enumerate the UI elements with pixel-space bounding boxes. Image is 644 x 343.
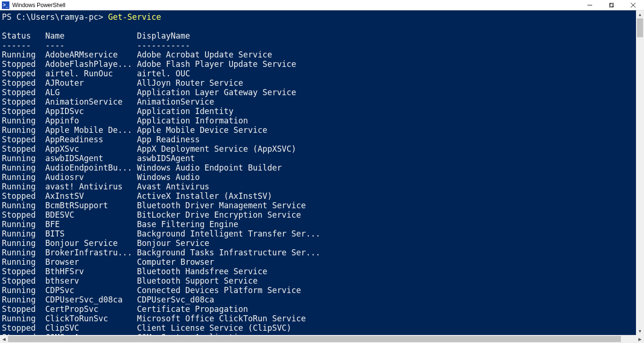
maximize-icon — [609, 3, 614, 8]
svg-rect-1 — [609, 4, 613, 8]
close-icon — [631, 3, 636, 8]
scroll-up-button[interactable]: ▲ — [636, 10, 644, 18]
minimize-icon — [587, 3, 592, 8]
svg-rect-2 — [610, 3, 614, 7]
horizontal-scrollbar[interactable]: ◀ ▶ — [0, 335, 644, 343]
vertical-scroll-thumb[interactable] — [637, 18, 643, 37]
close-button[interactable] — [622, 0, 644, 10]
scroll-right-button[interactable]: ▶ — [636, 335, 644, 343]
maximize-button[interactable] — [601, 0, 622, 10]
window-controls — [579, 0, 644, 10]
vertical-scrollbar[interactable]: ▲ ▼ — [636, 10, 644, 335]
terminal-output[interactable]: PS C:\Users\ramya-pc> Get-Service Status… — [0, 10, 636, 335]
window-titlebar[interactable]: >_ Windows PowerShell — [0, 0, 644, 10]
scroll-down-button[interactable]: ▼ — [636, 327, 644, 335]
minimize-button[interactable] — [579, 0, 601, 10]
horizontal-scroll-thumb[interactable] — [8, 336, 621, 342]
powershell-icon: >_ — [2, 1, 9, 9]
console-area: PS C:\Users\ramya-pc> Get-Service Status… — [0, 10, 644, 343]
scroll-left-button[interactable]: ◀ — [0, 335, 8, 343]
window-title: Windows PowerShell — [12, 2, 66, 8]
